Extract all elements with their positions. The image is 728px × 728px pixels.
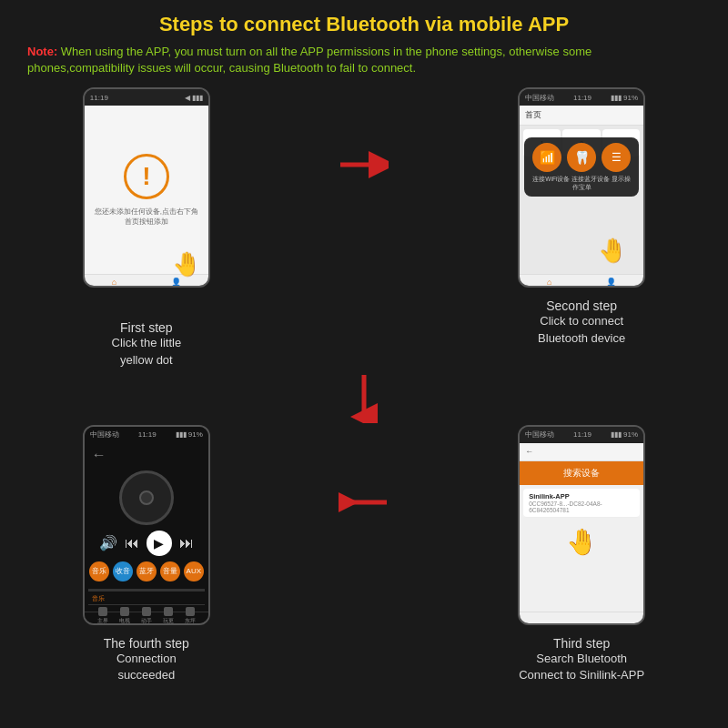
step2-sub2: Bluetooth device [538,330,625,347]
phone3-screen: ← 搜索设备 Sinilink-APP 0CC96527-8...-DC82-0… [520,443,643,612]
note-block: Note: When using the APP, you must turn … [18,44,710,76]
phone4-prev-btn[interactable]: ⏮ [125,535,139,551]
phone3-device-item[interactable]: Sinilink-APP 0CC96527-8...-DC82-04A8-6C8… [523,489,640,518]
phone4-tabs: 主界 电视 动手 玩更 东坪 [88,604,205,625]
phone4-controls: 🔊 ⏮ ▶ ⏭ [99,531,194,556]
phone4-mode1[interactable]: 音乐 [89,561,109,581]
step4-sub1: Connection [104,651,189,667]
phone2-screen: 首页 1 3 📶 🦷 [520,106,643,274]
phone2-overlay-text: 连接WiFi设备 连接蓝牙设备 显示操作宝单 [530,176,633,191]
phone1-statusbar: 11:19 ◀ ▮▮▮ [85,89,208,106]
arrow-right-svg [339,151,389,178]
phone3-device-addr: 0CC96527-8...-DC82-04A8-6C8426504781 [529,500,634,513]
arrow-down-svg [350,373,378,423]
phone3-back-bar: ← [520,443,643,461]
phone4-tab3[interactable]: 动手 [141,607,152,625]
phone4-next-btn[interactable]: ⏭ [179,535,194,551]
phone4-disc-center [139,490,154,505]
phone2-bt-btn[interactable]: 🦷 [567,143,596,172]
phone2-bottom: ⌂ 👤 [520,274,643,288]
step1-sub2: yellow dot [112,352,182,369]
phone4-modes: 音乐 收音 蓝牙 音量 AUX [89,561,204,581]
phone2-user-icon: 👤 [606,278,616,287]
phone2-header: 首页 [520,106,643,126]
step1-hand-pointer: 🤚 [172,250,201,278]
phone4-mode3[interactable]: 蓝牙 [136,561,157,581]
phone4-disc [119,470,174,525]
phone1-text: 您还未添加任何设备,点击右下角首页按钮添加 [85,207,208,227]
step4-block: 中国移动 11:19 ▮▮▮ 91% ← 🔊 ⏮ ▶ ⏭ [83,425,210,683]
bottom-steps-row: 中国移动 11:19 ▮▮▮ 91% ← 🔊 ⏮ ▶ ⏭ [18,425,710,683]
warning-circle: ! [124,154,169,199]
step2-hand-area: 🤚 [598,237,627,265]
arrow-step2-to-step3 [18,373,710,423]
step2-block: 中国移动 11:19 ▮▮▮ 91% 首页 1 3 � [518,87,645,346]
main-container: Steps to connect Bluetooth via mobile AP… [0,0,728,728]
phone4-tab5[interactable]: 东坪 [185,607,196,625]
more-icon: ☰ [612,151,622,164]
step3-hand-area: 🤚 [520,527,643,557]
phone1-user-icon: 👤 [171,278,181,287]
phone4-statusbar: 中国移动 11:19 ▮▮▮ 91% [85,427,208,443]
phone4-tab4[interactable]: 玩更 [163,607,174,625]
phone4-player: 🔊 ⏮ ▶ ⏭ 音乐 收音 蓝牙 音量 AUX [85,467,208,589]
page-title: Steps to connect Bluetooth via mobile AP… [18,13,710,36]
phone2-overlay-menu: 📶 🦷 ☰ 连接WiFi设备 连接蓝牙设备 显示操作宝单 [524,137,639,197]
note-label: Note: [27,45,57,58]
phone4-label: 音乐 [88,593,205,604]
step2-hand-pointer: 🤚 [598,237,627,264]
step1-block: 11:19 ◀ ▮▮▮ ! 您还未添加任何设备,点击右下角首页按钮添加 ⌂ 👤 … [83,87,210,368]
arrow-left-svg [339,489,389,516]
warning-icon: ! [142,164,150,189]
phone1-screen: ! 您还未添加任何设备,点击右下角首页按钮添加 [85,106,208,274]
phone3-back-icon[interactable]: ← [525,447,533,456]
step2-label: Second step [538,298,625,313]
arrow-step3-to-step4 [339,489,389,516]
phone4-mode5[interactable]: AUX [184,561,204,581]
phone2-wifi-btn[interactable]: 📶 [532,143,561,172]
step2-sub1: Click to connect [538,313,625,329]
phone4-mockup: 中国移动 11:19 ▮▮▮ 91% ← 🔊 ⏮ ▶ ⏭ [83,425,210,625]
step1-label: First step [112,320,182,335]
step4-label-block: The fourth step Connection succeeded [104,631,189,683]
phone3-header: 搜索设备 [520,461,643,485]
step2-label-block: Second step Click to connect Bluetooth d… [538,293,625,346]
phone4-back-btn[interactable]: ← [85,443,208,467]
phone2-statusbar: 中国移动 11:19 ▮▮▮ 91% [520,89,643,106]
note-text: When using the APP, you must turn on all… [27,45,592,75]
step1-sub1: Click the little [112,335,182,351]
phone2-more-btn[interactable]: ☰ [602,143,631,172]
arrow-step1-to-step2 [339,151,389,178]
step3-block: 中国移动 11:19 ▮▮▮ 91% ← 搜索设备 Sinilink-APP 0… [518,425,645,683]
phone4-play-btn[interactable]: ▶ [147,531,172,556]
bluetooth-icon: 🦷 [574,150,590,165]
step3-label-block: Third step Search Bluetooth Connect to S… [519,631,644,683]
phone4-vol-icon[interactable]: 🔊 [99,534,117,551]
phone4-tab2[interactable]: 电视 [119,607,130,625]
phone1-home-icon: ⌂ [112,278,116,287]
top-steps-row: 11:19 ◀ ▮▮▮ ! 您还未添加任何设备,点击右下角首页按钮添加 ⌂ 👤 … [18,87,710,368]
phone4-mode2[interactable]: 收音 [113,561,133,581]
phone4-tab1[interactable]: 主界 [97,607,108,625]
phone3-device-name: Sinilink-APP [529,492,634,500]
wifi-icon: 📶 [540,150,555,165]
phone2-overlay-icons: 📶 🦷 ☰ [530,143,633,172]
phone3-bottom [520,612,643,625]
step3-sub2: Connect to Sinilink-APP [519,667,644,683]
phone4-mode4[interactable]: 音量 [160,561,180,581]
phone3-mockup: 中国移动 11:19 ▮▮▮ 91% ← 搜索设备 Sinilink-APP 0… [518,425,645,625]
step3-label: Third step [519,636,644,651]
step4-label: The fourth step [104,636,189,651]
step3-hand-pointer: 🤚 [566,527,598,557]
phone4-screen: ← 🔊 ⏮ ▶ ⏭ 音乐 收音 [85,443,208,612]
phone3-statusbar: 中国移动 11:19 ▮▮▮ 91% [520,427,643,443]
step4-sub2: succeeded [104,667,189,683]
step3-sub1: Search Bluetooth [519,651,644,667]
phone2-mockup: 中国移动 11:19 ▮▮▮ 91% 首页 1 3 � [518,87,645,288]
phone4-bottom-tabs: 音乐 主界 电视 动手 玩更 东坪 [85,592,208,625]
step1-label-block: First step Click the little yellow dot [112,315,182,368]
phone2-home-icon: ⌂ [547,278,551,287]
